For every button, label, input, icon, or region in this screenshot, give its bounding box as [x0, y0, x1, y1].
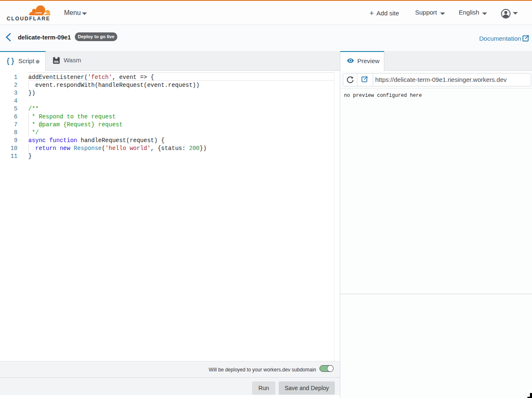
svg-text:CLOUDFLARE: CLOUDFLARE: [7, 16, 50, 22]
svg-text:WA: WA: [54, 60, 59, 63]
